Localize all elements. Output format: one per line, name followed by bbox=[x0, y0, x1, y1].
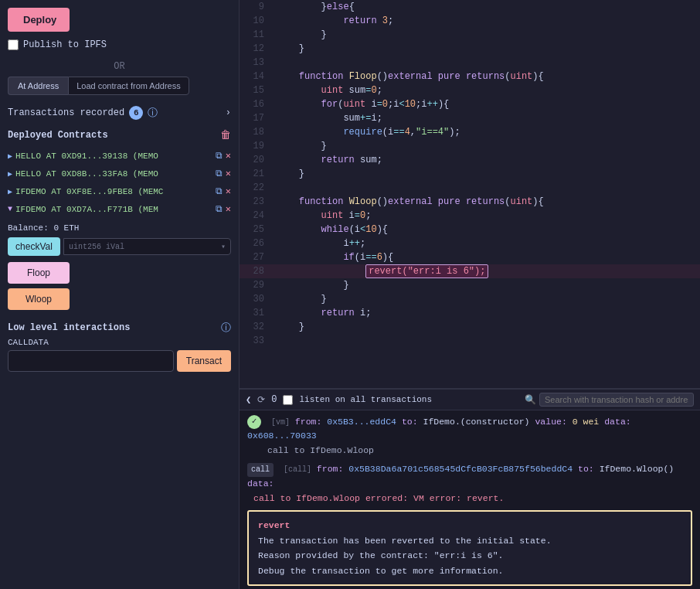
contract-name-4: IFDEMO AT 0XD7A...F771B (MEM bbox=[15, 205, 212, 214]
transact-button[interactable]: Transact bbox=[177, 350, 231, 372]
copy-icon-3[interactable]: ⧉ bbox=[216, 186, 223, 197]
line-number: 14 bbox=[240, 70, 270, 83]
line-number: 12 bbox=[240, 42, 270, 56]
log-from-addr-2: 0x5B38Da6a701c568545dCfcB03FcB875f56bedd… bbox=[348, 464, 573, 474]
line-number: 29 bbox=[240, 278, 270, 292]
line-content: return i; bbox=[270, 306, 700, 320]
terminal-search: 🔍 bbox=[525, 393, 694, 407]
terminal-count: 0 bbox=[271, 394, 277, 405]
code-area[interactable]: 9 }else{10 return 3;11 }12 }1314 functio… bbox=[240, 0, 700, 388]
revert-title: revert bbox=[258, 520, 290, 530]
left-panel: Deploy Publish to IPFS OR At Address Loa… bbox=[0, 0, 240, 589]
line-content: if(i==6){ bbox=[270, 250, 700, 264]
search-icon: 🔍 bbox=[525, 394, 536, 406]
close-icon-2[interactable]: ✕ bbox=[226, 168, 231, 179]
line-content bbox=[270, 334, 700, 348]
publish-checkbox[interactable] bbox=[8, 39, 19, 50]
or-divider: OR bbox=[8, 61, 231, 72]
contract-name-3: IFDEMO AT 0XF8E...9FBE8 (MEMC bbox=[15, 187, 212, 196]
line-content: } bbox=[270, 278, 700, 292]
listen-label: listen on all transactions bbox=[299, 395, 432, 404]
address-button-row: At Address Load contract from Address bbox=[8, 77, 231, 95]
close-icon-3[interactable]: ✕ bbox=[226, 186, 231, 197]
line-number: 27 bbox=[240, 250, 270, 264]
listen-transactions-checkbox[interactable] bbox=[283, 395, 293, 405]
load-contract-button[interactable]: Load contract from Address bbox=[68, 77, 189, 95]
line-content: } bbox=[270, 28, 700, 42]
tx-count-badge: 6 bbox=[129, 106, 143, 120]
line-number: 9 bbox=[240, 0, 270, 14]
calldata-row: Transact bbox=[8, 350, 231, 372]
line-number: 19 bbox=[240, 139, 270, 153]
code-table: 9 }else{10 return 3;11 }12 }1314 functio… bbox=[240, 0, 700, 348]
trash-icon[interactable]: 🗑 bbox=[220, 129, 231, 141]
revert-line3: Debug the transaction to get more inform… bbox=[258, 566, 503, 576]
transactions-label: Transactions recorded bbox=[8, 107, 124, 118]
tx-chevron-icon[interactable]: › bbox=[226, 107, 231, 118]
low-level-info-icon[interactable]: ⓘ bbox=[221, 321, 231, 335]
line-number: 16 bbox=[240, 97, 270, 111]
contract-arrow-1[interactable]: ▶ bbox=[8, 152, 12, 161]
wloop-button[interactable]: Wloop bbox=[8, 288, 70, 310]
deploy-button[interactable]: Deploy bbox=[8, 8, 70, 32]
copy-icon-4[interactable]: ⧉ bbox=[216, 204, 223, 215]
publish-row: Publish to IPFS bbox=[8, 39, 231, 50]
line-content: uint i=0; bbox=[270, 209, 700, 223]
deployed-contracts-title: Deployed Contracts bbox=[8, 130, 108, 141]
line-content bbox=[270, 181, 700, 195]
check-val-button[interactable]: checkVal bbox=[8, 237, 60, 256]
contract-name-1: HELLO AT 0XD91...39138 (MEMO bbox=[15, 152, 212, 161]
contract-row: ▶ HELLO AT 0XD91...39138 (MEMO ⧉ ✕ bbox=[8, 148, 231, 164]
line-content: revert("err:i is 6"); bbox=[270, 264, 700, 278]
log-data-kw-1: data: bbox=[604, 417, 631, 427]
log-call-desc-1: call to IfDemo.Wloop bbox=[247, 445, 374, 455]
line-number: 13 bbox=[240, 56, 270, 70]
transactions-row: Transactions recorded 6 ⓘ › bbox=[8, 106, 231, 120]
floop-button[interactable]: Floop bbox=[8, 262, 70, 284]
log-to-addr-1: IfDemo.(constructor) bbox=[423, 417, 530, 427]
calldata-input[interactable] bbox=[8, 350, 174, 372]
copy-icon-2[interactable]: ⧉ bbox=[216, 169, 223, 179]
line-content: require(i==4,"i==4"); bbox=[270, 125, 700, 139]
log-to-desc-2: IfDemo.Wloop() bbox=[600, 464, 675, 474]
chevron-down-icon[interactable]: ▾ bbox=[221, 242, 226, 251]
copy-icon-1[interactable]: ⧉ bbox=[216, 151, 223, 162]
contract-arrow-3[interactable]: ▶ bbox=[8, 187, 12, 196]
line-number: 22 bbox=[240, 181, 270, 195]
contract-arrow-4[interactable]: ▼ bbox=[8, 205, 12, 213]
terminal-chevron-icon[interactable]: ❮ bbox=[246, 394, 251, 406]
line-content: return sum; bbox=[270, 153, 700, 167]
at-address-button[interactable]: At Address bbox=[8, 77, 68, 95]
line-number: 25 bbox=[240, 223, 270, 237]
log-data-1: 0x608...70033 bbox=[247, 431, 317, 441]
line-content: function Wloop()external pure returns(ui… bbox=[270, 195, 700, 209]
deployed-contracts-header: Deployed Contracts 🗑 bbox=[8, 129, 231, 141]
log-data-kw-2: data: bbox=[247, 478, 274, 489]
close-icon-1[interactable]: ✕ bbox=[226, 150, 231, 162]
line-content: } bbox=[270, 167, 700, 181]
line-number: 15 bbox=[240, 83, 270, 97]
line-content: } bbox=[270, 139, 700, 153]
terminal-search-input[interactable] bbox=[539, 393, 694, 407]
line-content: for(uint i=0;i<10;i++){ bbox=[270, 97, 700, 111]
log-entry-2: call [call] from: 0x5B38Da6a701c568545dC… bbox=[247, 462, 692, 506]
tx-info-icon[interactable]: ⓘ bbox=[148, 106, 158, 120]
close-icon-4[interactable]: ✕ bbox=[226, 203, 231, 215]
line-content: } bbox=[270, 320, 700, 334]
publish-label: Publish to IPFS bbox=[23, 39, 107, 50]
line-number: 28 bbox=[240, 264, 270, 278]
check-val-input[interactable]: uint256 iVal ▾ bbox=[63, 238, 231, 255]
line-number: 30 bbox=[240, 292, 270, 306]
contract-row: ▶ IFDEMO AT 0XF8E...9FBE8 (MEMC ⧉ ✕ bbox=[8, 183, 231, 199]
contract-row: ▶ HELLO AT 0XD8B...33FA8 (MEMO ⧉ ✕ bbox=[8, 165, 231, 182]
line-number: 17 bbox=[240, 111, 270, 125]
revert-box: revert The transaction has been reverted… bbox=[247, 510, 692, 586]
log-value-kw-1: value: bbox=[535, 417, 566, 427]
contract-arrow-2[interactable]: ▶ bbox=[8, 169, 12, 179]
log-tag-1: [vm] bbox=[271, 418, 290, 427]
calldata-label: CALLDATA bbox=[8, 338, 231, 347]
success-icon-1: ✓ bbox=[247, 415, 261, 429]
line-number: 23 bbox=[240, 195, 270, 209]
line-content: i++; bbox=[270, 237, 700, 250]
log-from-addr-1: 0x5B3...eddC4 bbox=[327, 417, 396, 427]
